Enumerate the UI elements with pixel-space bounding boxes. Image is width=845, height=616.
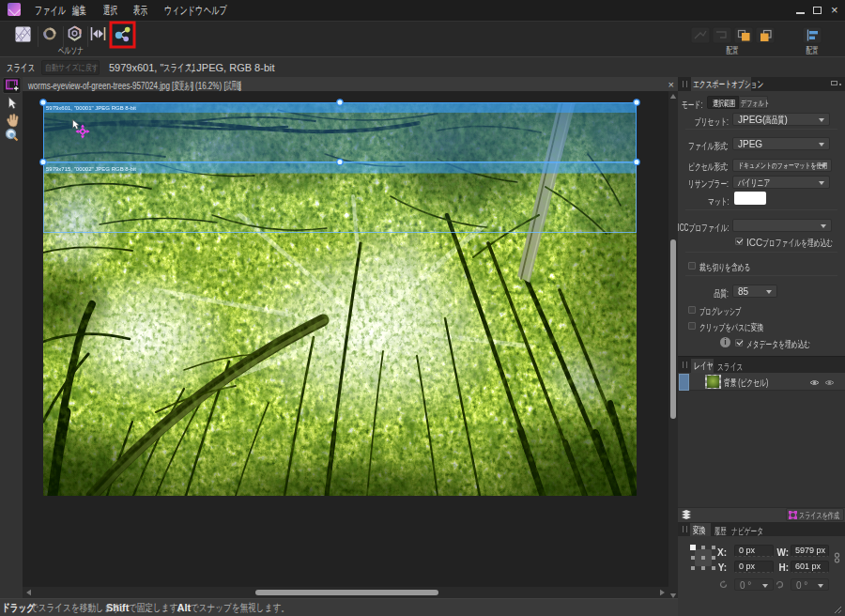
- svg-text:5979x601, "00001" JPEG RGB 8-: 5979x601, "00001" JPEG RGB 8-bit: [46, 105, 136, 111]
- svg-text:5979x715, "00002" JPEG RGB 8-: 5979x715, "00002" JPEG RGB 8-bit: [46, 166, 136, 172]
